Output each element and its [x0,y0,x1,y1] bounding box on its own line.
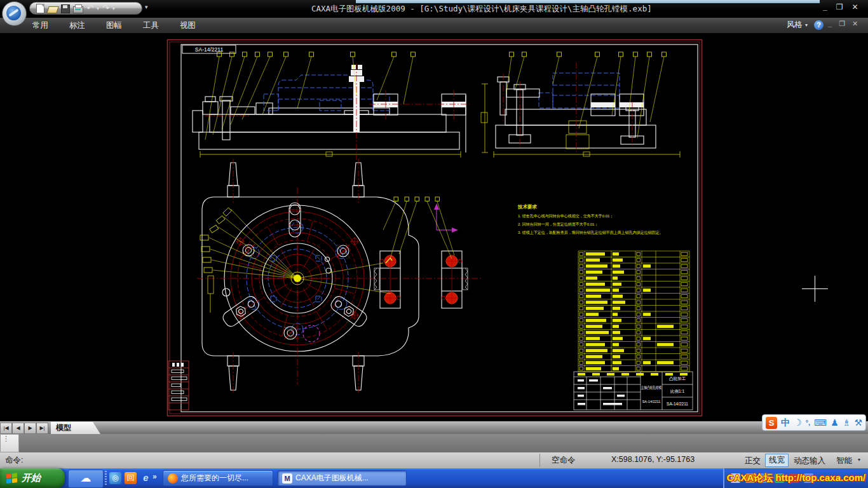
qat-customize-caret-icon[interactable]: ▾ [145,4,148,10]
command-panel-grip[interactable]: ⋮ [0,434,19,452]
title-block: 主轴凸轮孔镗模 SA-14/2211 凸轮加工 比例1:1 SA-14/2211 [574,372,693,410]
clamp-blocks [374,203,468,308]
window-title: CAXA电子图板机械版2009 - [G:\Study\课程设计\机床夹具课程设… [311,4,705,15]
front-view [193,64,470,160]
tab-scroll-first-button[interactable]: |◀ [0,423,12,434]
menu-bar: 常用 标注 图幅 工具 视图 [0,18,868,33]
notes-line-1: 1. 镗套孔中心线与回转台中心线相交，交角不大于0.01； [518,214,613,219]
new-file-icon[interactable] [36,4,44,13]
menu-tools[interactable]: 工具 [139,19,163,32]
tab-scroll-prev-button[interactable]: ◀ [12,423,24,434]
coordinate-readout: X:598.1076, Y:-95.1763 [611,455,695,464]
smart-snap-caret-icon[interactable]: ▾ [858,457,860,463]
windows-logo-icon [6,473,18,484]
title-block-process: 凸轮加工 [669,376,686,381]
title-block-scale: 比例1:1 [670,389,684,394]
firefox-icon [168,473,178,484]
browser-icon[interactable]: ◎ [109,472,121,484]
ortho-toggle[interactable]: 正交 [742,455,763,467]
quicklaunch-more-chevron[interactable]: » [153,472,157,481]
ime-mode-chinese[interactable]: 中 [781,415,790,430]
start-button[interactable]: 开始 [0,468,65,488]
ime-account-icon[interactable]: ♟ [831,415,839,430]
title-block-title2: SA-14/2211 [642,400,661,403]
help-icon[interactable]: ? [814,20,824,30]
redo-caret-icon[interactable]: ▾ [112,6,115,11]
ime-keyboard-icon[interactable]: ⌨ [814,415,827,430]
ime-tools-icon[interactable]: ⚒ [854,415,862,430]
ie-icon[interactable]: e [140,472,152,484]
drawing-sheet: SA-14/2211 [0,33,868,421]
ime-punctuation-icon[interactable]: °, [806,415,810,430]
title-block-number: SA-14/2211 [667,402,688,406]
notes-line-2: 2. 回转台回转一周，分度定位精度不大于0.01； [518,222,598,227]
cloud-quicklaunch-icon[interactable]: ☁ [68,470,104,488]
close-button[interactable]: ✕ [851,3,858,11]
sogou-logo-icon[interactable]: S [766,417,777,429]
app-logo-icon[interactable] [2,1,27,26]
taskbar-item-caxa-label: CAXA电子图板机械... [295,473,369,484]
save-icon[interactable] [61,4,70,13]
menu-frame[interactable]: 图幅 [102,19,126,32]
tech-notes: 技术要求 1. 镗套孔中心线与回转台中心线相交，交角不大于0.01； 2. 回转… [517,204,663,235]
status-bar: 命令: 空命令 X:598.1076, Y:-95.1763 正交 线宽 动态输… [0,452,868,468]
quicklaunch-separator [105,471,107,485]
menu-view[interactable]: 视图 [175,19,200,32]
print-icon[interactable] [73,6,83,13]
forum-watermark: CAXA论坛 http://top.caxa.com/ [724,472,868,484]
restore-button[interactable]: ❐ [836,3,843,11]
notes-line-3: 3. 镗模上下定位，装配检查后，将回转台销孔定位销平面上两上销孔内插定位销固定。 [518,230,663,235]
doc-close-button[interactable]: ✕ [852,20,858,28]
tab-scroll-last-button[interactable]: ▶| [36,423,48,434]
doc-restore-button[interactable]: ❐ [839,20,845,28]
ime-skin-icon[interactable]: ♗ [843,415,851,430]
command-history-panel[interactable]: ⋮ [0,434,868,452]
titlebar-accent-strip [356,0,820,3]
menu-annotate[interactable]: 标注 [65,19,90,32]
tab-model[interactable]: 模型 [51,422,100,434]
status-divider [539,454,540,467]
crosshair-cursor-v [815,276,815,302]
ime-fullwidth-moon-icon[interactable]: ☽ [794,415,802,430]
dynamic-input-toggle[interactable]: 动态输入 [791,455,828,467]
linewidth-toggle[interactable]: 线宽 [765,454,789,467]
start-label: 开始 [22,472,41,484]
doc-minimize-button[interactable]: _ [828,20,832,28]
plan-view [197,159,483,394]
minimize-button[interactable]: _ [823,3,827,11]
style-label: 风格 [787,20,803,30]
caxa-icon: M [282,473,292,484]
taskbar-item-caxa[interactable]: M CAXA电子图板机械... [277,470,407,486]
menu-common[interactable]: 常用 [28,19,53,32]
style-caret-icon: ▾ [805,22,808,28]
smart-snap-dropdown[interactable]: 智能 [834,455,855,467]
sheet-stamp: SA-14/2211 [195,46,224,53]
undo-icon[interactable]: ↶ [86,2,93,15]
security-app-icon[interactable]: 回 [125,472,137,484]
undo-caret-icon[interactable]: ▾ [97,6,99,11]
command-prompt[interactable]: 命令: [5,455,23,466]
open-file-icon[interactable] [46,6,59,13]
side-view [481,62,680,158]
tab-scroll-next-button[interactable]: ▶ [24,423,36,434]
sheet-tab-bar: |◀ ◀ ▶ ▶| 模型 [0,421,868,434]
redo-icon[interactable]: ↷ [102,2,109,15]
command-status: 空命令 [552,455,576,466]
ime-language-bar[interactable]: S 中 ☽ °, ⌨ ♟ ♗ ⚒ [762,414,866,431]
taskbar-item-firefox[interactable]: 您所需要的一切尽... [163,470,273,486]
taskbar-item-firefox-label: 您所需要的一切尽... [181,473,248,484]
drawing-canvas[interactable]: SA-14/2211 [0,33,868,421]
title-block-title: 主轴凸轮孔镗模 [641,385,661,390]
quick-access-toolbar: ↶▾ ↷▾ [29,2,142,15]
style-dropdown[interactable]: 风格 ▾ [787,20,808,30]
notes-title: 技术要求 [517,204,538,210]
